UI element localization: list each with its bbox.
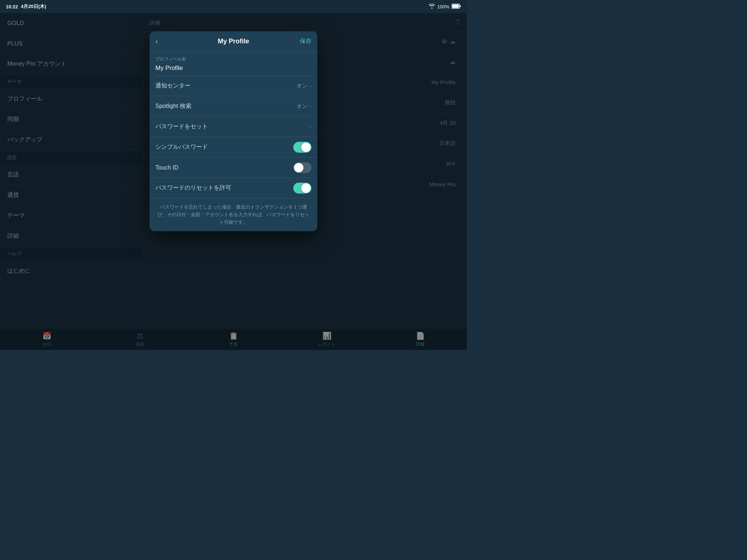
time-label: 10:22 bbox=[6, 4, 18, 9]
modal-row-label-spotlight: Spotlight 検索 bbox=[155, 102, 191, 110]
status-bar-left: 10:22 4月20日(木) bbox=[6, 3, 46, 10]
modal-row-value-spotlight: オン bbox=[297, 103, 307, 110]
toggle-simplepassword[interactable] bbox=[293, 142, 311, 153]
modal-row-chevron-notification: › bbox=[310, 83, 311, 89]
battery-icon bbox=[452, 4, 461, 10]
modal-row-label-simplepassword: シンプルパスワード bbox=[155, 143, 208, 151]
modal-save-button[interactable]: 保存 bbox=[298, 38, 311, 45]
modal-row-touchid: Touch ID bbox=[150, 158, 317, 178]
toggle-resetpassword[interactable] bbox=[293, 183, 311, 194]
modal-profile-section: プロフィール名 My Profile bbox=[150, 52, 317, 76]
svg-rect-1 bbox=[452, 4, 459, 8]
status-bar-right: 100% bbox=[429, 4, 461, 10]
date-label: 4月20日(木) bbox=[21, 3, 46, 10]
modal-panel: ‹ My Profile 保存 プロフィール名 My Profile 通知センタ… bbox=[150, 31, 317, 231]
toggle-thumb-touchid bbox=[294, 163, 303, 172]
modal-row-setpassword[interactable]: パスワードをセット› bbox=[150, 117, 317, 137]
modal-header: ‹ My Profile 保存 bbox=[150, 31, 317, 52]
main-background: GOLDPLUSMoney Pro アカウントデータプロフィール同期バックアップ… bbox=[0, 13, 467, 350]
modal-back-button[interactable]: ‹ bbox=[155, 37, 169, 46]
modal-note: パスワードを忘れてしまった場合、最近のトランザクションを１つ選び、その日付・金額… bbox=[150, 198, 317, 231]
modal-row-label-setpassword: パスワードをセット bbox=[155, 123, 208, 131]
modal-row-spotlight[interactable]: Spotlight 検索オン› bbox=[150, 96, 317, 117]
modal-row-label-resetpassword: パスワードのリセットを許可 bbox=[155, 184, 231, 192]
toggle-thumb-resetpassword bbox=[301, 183, 311, 193]
modal-row-label-notification: 通知センター bbox=[155, 82, 190, 90]
modal-row-chevron-setpassword: › bbox=[310, 124, 311, 130]
toggle-thumb-simplepassword bbox=[301, 143, 311, 152]
modal-rows: 通知センターオン›Spotlight 検索オン›パスワードをセット›シンプルパス… bbox=[150, 76, 317, 198]
profile-name-input[interactable]: My Profile bbox=[155, 65, 311, 76]
modal-row-notification[interactable]: 通知センターオン› bbox=[150, 76, 317, 96]
modal-row-simplepassword: シンプルパスワード bbox=[150, 137, 317, 158]
modal-row-value-notification: オン bbox=[297, 82, 307, 89]
status-bar: 10:22 4月20日(木) 100% bbox=[0, 0, 467, 13]
battery-label: 100% bbox=[437, 4, 449, 9]
wifi-icon bbox=[429, 4, 435, 10]
toggle-touchid[interactable] bbox=[293, 162, 311, 173]
modal-row-resetpassword: パスワードのリセットを許可 bbox=[150, 178, 317, 198]
modal-title: My Profile bbox=[218, 38, 249, 45]
svg-rect-2 bbox=[460, 5, 461, 7]
modal-row-chevron-spotlight: › bbox=[310, 103, 311, 109]
modal-row-label-touchid: Touch ID bbox=[155, 164, 178, 171]
profile-field-label: プロフィール名 bbox=[155, 56, 311, 62]
